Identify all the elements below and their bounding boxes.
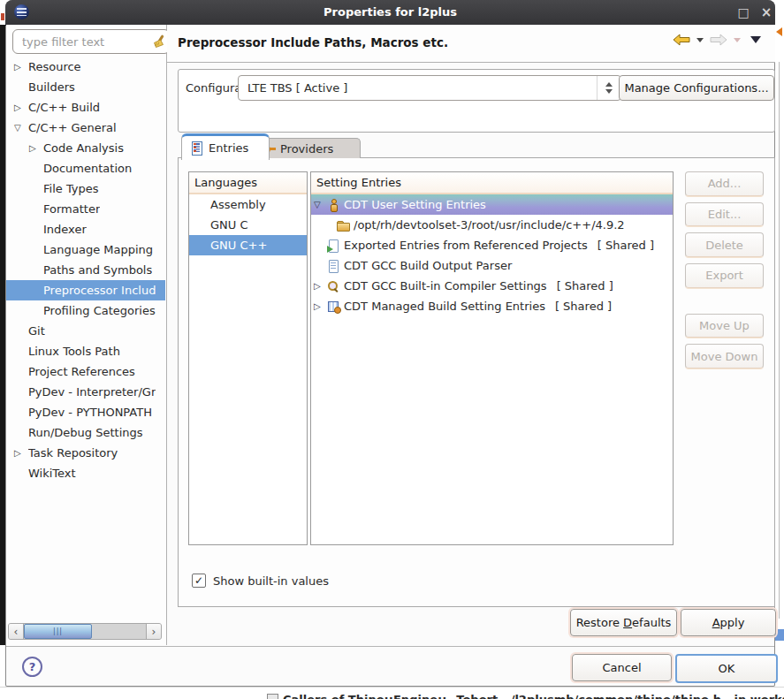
sidebar-item[interactable]: Project References xyxy=(6,361,165,382)
sidebar-item[interactable]: Language Mapping xyxy=(6,239,165,260)
sidebar-item[interactable]: Run/Debug Settings xyxy=(6,422,165,443)
header-separator xyxy=(167,62,775,63)
sidebar-item[interactable]: Formatter xyxy=(6,199,165,219)
setting-entry-row[interactable]: CDT GCC Build Output Parser xyxy=(311,255,673,276)
setting-entries-list: ▽ CDT User Setting Entries /opt/rh/devto… xyxy=(311,194,673,316)
entries-tab-label: Entries xyxy=(209,141,248,155)
tab-entries[interactable]: Entries xyxy=(181,133,270,160)
dialog-title: Properties for l2plus xyxy=(5,5,775,19)
sidebar-item[interactable]: Profiling Categories xyxy=(6,300,165,321)
language-item[interactable]: Assembly xyxy=(189,194,307,215)
restore-defaults-button[interactable]: Restore Defaults xyxy=(570,609,677,636)
scrollbar-thumb[interactable]: ||| xyxy=(24,624,92,639)
thumb-grip-icon: ||| xyxy=(53,627,63,635)
entry-action-button[interactable]: Move Down xyxy=(685,344,764,368)
filter-input[interactable] xyxy=(20,34,151,49)
close-button[interactable]: × xyxy=(757,4,776,21)
configuration-group: Configuration: LTE TBS [ Active ] Manage… xyxy=(178,69,775,133)
expander-icon[interactable]: ▽ xyxy=(14,123,28,133)
apply-button[interactable]: Apply xyxy=(681,609,776,636)
properties-tree: ▷ Resource Builders ▷ C/C++ Build ▽ C/C+… xyxy=(6,57,165,620)
sidebar-item[interactable]: PyDev - PYTHONPATH xyxy=(6,402,165,422)
doc-arrow-icon xyxy=(326,239,341,253)
clear-filter-broom-icon[interactable] xyxy=(151,34,165,49)
view-menu-icon[interactable] xyxy=(750,36,761,43)
back-icon[interactable] xyxy=(673,34,690,46)
sidebar-item[interactable]: Linux Tools Path xyxy=(6,341,165,361)
language-item[interactable]: GNU C++ xyxy=(189,235,307,255)
sidebar-item[interactable]: ▷ Resource xyxy=(6,57,165,77)
sidebar-item[interactable]: Documentation xyxy=(6,158,165,179)
setting-entry-row[interactable]: ▽ CDT User Setting Entries xyxy=(311,194,673,215)
expander-icon[interactable]: ▷ xyxy=(14,103,28,112)
entry-action-button[interactable]: Export xyxy=(685,263,764,288)
spinner-icon[interactable] xyxy=(597,76,620,100)
check-icon: ✓ xyxy=(194,575,203,586)
shared-badge: [ Shared ] xyxy=(555,300,612,313)
background-window-corner-fragment xyxy=(1,13,4,20)
footer-separator xyxy=(6,646,774,647)
sidebar-item[interactable]: ▷ Task Repository xyxy=(6,443,165,463)
back-history-chevron-icon[interactable] xyxy=(696,38,704,42)
scroll-right-button[interactable]: › xyxy=(146,624,161,639)
sidebar-item[interactable]: Git xyxy=(6,321,165,341)
sidebar-item[interactable]: Indexer xyxy=(6,219,165,239)
page-header: Preprocessor Include Paths, Macros etc. xyxy=(167,25,775,62)
sidebar-item[interactable]: ▷ Code Analysis xyxy=(6,138,165,158)
entry-action-button[interactable]: Delete xyxy=(685,232,764,257)
expander-icon[interactable]: ▷ xyxy=(314,301,326,311)
expander-icon[interactable]: ▽ xyxy=(314,200,326,209)
configuration-value: LTE TBS [ Active ] xyxy=(247,81,347,95)
entry-actions: Add... Edit... Delete Export Move Up Mov… xyxy=(685,171,764,375)
horizontal-scrollbar[interactable]: ‹ ||| › xyxy=(8,623,162,640)
setting-entry-row[interactable]: /opt/rh/devtoolset-3/root/usr/include/c+… xyxy=(311,215,673,235)
cancel-button[interactable]: Cancel xyxy=(572,654,672,681)
folder-icon xyxy=(336,218,351,232)
setting-entry-row[interactable]: ▷ CDT Managed Build Setting Entries [ Sh… xyxy=(311,296,673,316)
background-orange-marker xyxy=(776,27,782,36)
filter-field xyxy=(12,29,170,54)
languages-list: Assembly GNU C GNU C++ xyxy=(189,194,307,255)
setting-entries-panel: Setting Entries ▽ CDT User Setting Entri… xyxy=(310,171,674,545)
entry-action-button[interactable]: Add... xyxy=(685,171,764,196)
ok-button[interactable]: OK xyxy=(675,654,778,683)
show-builtin-checkbox[interactable]: ✓ xyxy=(192,574,206,588)
background-blue-fragment xyxy=(775,629,784,641)
entry-action-button[interactable]: Edit... xyxy=(685,202,764,227)
show-builtin-row: ✓ Show built-in values xyxy=(192,574,329,588)
scroll-left-icon: ‹ xyxy=(14,626,19,638)
scroll-left-button[interactable]: ‹ xyxy=(9,624,24,639)
sidebar-item[interactable]: ▽ C/C++ General xyxy=(6,118,165,138)
sidebar-item[interactable]: Paths and Symbols xyxy=(6,260,165,280)
sidebar-item[interactable]: Builders xyxy=(6,77,165,97)
forward-icon[interactable] xyxy=(710,34,727,46)
expander-icon[interactable]: ▷ xyxy=(14,62,28,72)
sidebar-item[interactable]: File Types xyxy=(6,179,165,199)
doc-lines-icon xyxy=(326,259,341,273)
show-builtin-label: Show built-in values xyxy=(213,574,329,588)
configuration-select[interactable]: LTE TBS [ Active ] xyxy=(238,75,621,101)
expander-icon[interactable]: ▷ xyxy=(14,448,28,458)
dialog-titlebar[interactable]: Properties for l2plus □ × xyxy=(5,0,775,26)
manage-configurations-button[interactable]: Manage Configurations... xyxy=(619,75,774,101)
shared-badge: [ Shared ] xyxy=(557,279,613,293)
languages-header: Languages xyxy=(189,172,307,194)
sidebar-item[interactable]: ▷ C/C++ Build xyxy=(6,97,165,118)
help-button[interactable]: ? xyxy=(22,657,42,677)
entry-action-button[interactable]: Move Up xyxy=(685,314,764,338)
sidebar-item[interactable]: PyDev - Interpreter/Gr xyxy=(6,382,165,402)
sidebar-item[interactable]: WikiText xyxy=(6,463,165,483)
background-window-bottom-strip: Callers of Thino::Engine::~Tobort - /l2p… xyxy=(0,687,784,699)
help-icon: ? xyxy=(29,660,36,673)
shared-badge: [ Shared ] xyxy=(598,239,654,252)
setting-entry-row[interactable]: ▷ CDT GCC Built-in Compiler Settings [ S… xyxy=(311,276,673,296)
expander-icon[interactable]: ▷ xyxy=(29,143,43,153)
sidebar-item[interactable]: Preprocessor Includ xyxy=(6,280,165,300)
close-icon: × xyxy=(761,4,773,20)
forward-history-chevron-icon[interactable] xyxy=(734,38,741,42)
expander-icon[interactable]: ▷ xyxy=(314,281,326,291)
setting-entries-header: Setting Entries xyxy=(311,172,673,194)
maximize-button[interactable]: □ xyxy=(734,4,753,21)
language-item[interactable]: GNU C xyxy=(189,215,307,235)
setting-entry-row[interactable]: Exported Entries from Referenced Project… xyxy=(311,235,673,255)
